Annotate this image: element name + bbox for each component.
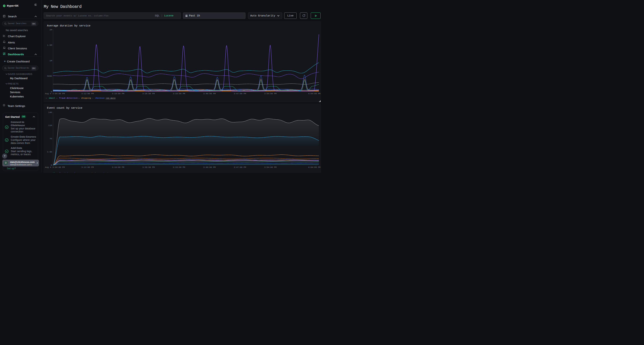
svg-text:3:40:00 PM: 3:40:00 PM bbox=[203, 166, 216, 168]
svg-text:3:54:00 PM: 3:54:00 PM bbox=[264, 92, 276, 95]
svg-text:2M: 2M bbox=[49, 28, 52, 31]
svg-text:—: — bbox=[56, 172, 58, 172]
svg-text:3:26:00 PM: 3:26:00 PM bbox=[142, 92, 154, 95]
svg-text:3.5K: 3.5K bbox=[47, 151, 52, 153]
svg-text:email: email bbox=[49, 97, 55, 99]
svg-text:3:47:00 PM: 3:47:00 PM bbox=[234, 92, 246, 95]
svg-text:Aug 4 3:04:00 PM: Aug 4 3:04:00 PM bbox=[45, 166, 65, 168]
svg-text:11K: 11K bbox=[48, 124, 52, 127]
svg-text:—: — bbox=[46, 97, 47, 99]
svg-text:3:12:00 PM: 3:12:00 PM bbox=[81, 92, 94, 95]
svg-text:—: — bbox=[56, 97, 58, 99]
svg-text:1M: 1M bbox=[49, 59, 52, 62]
svg-text:4:04:00 PM: 4:04:00 PM bbox=[308, 92, 320, 95]
svg-text:3:54:00 PM: 3:54:00 PM bbox=[264, 166, 276, 168]
svg-text:3:40:00 PM: 3:40:00 PM bbox=[203, 92, 216, 95]
svg-text:3:47:00 PM: 3:47:00 PM bbox=[234, 166, 246, 168]
svg-text:14K: 14K bbox=[48, 111, 52, 113]
svg-text:checkout: checkout bbox=[102, 172, 112, 172]
svg-text:7K: 7K bbox=[49, 137, 52, 140]
svg-text:—: — bbox=[92, 97, 94, 99]
svg-text:recommendation: recommendation bbox=[81, 172, 98, 172]
svg-text:+15 more: +15 more bbox=[113, 172, 123, 172]
svg-text:3:19:00 PM: 3:19:00 PM bbox=[112, 166, 124, 168]
svg-text:+12 more: +12 more bbox=[106, 97, 116, 99]
svg-text:Aug 4 3:04:00 PM: Aug 4 3:04:00 PM bbox=[45, 92, 65, 95]
svg-text:—: — bbox=[99, 172, 101, 172]
svg-text:3:19:00 PM: 3:19:00 PM bbox=[112, 92, 124, 95]
svg-text:4:04:00 PM: 4:04:00 PM bbox=[308, 166, 320, 168]
svg-text:checkout: checkout bbox=[95, 97, 105, 99]
svg-text:3:26:00 PM: 3:26:00 PM bbox=[142, 166, 154, 168]
svg-text:—: — bbox=[78, 172, 80, 172]
svg-text:email: email bbox=[49, 172, 55, 172]
svg-text:—: — bbox=[46, 172, 47, 172]
svg-text:—: — bbox=[78, 97, 80, 99]
svg-text:fraud-detection: fraud-detection bbox=[59, 172, 78, 172]
svg-text:1.5M: 1.5M bbox=[47, 44, 52, 46]
svg-text:3:33:00 PM: 3:33:00 PM bbox=[173, 166, 185, 168]
svg-text:3:33:00 PM: 3:33:00 PM bbox=[173, 92, 185, 95]
svg-text:3:12:00 PM: 3:12:00 PM bbox=[81, 166, 94, 168]
svg-text:500K: 500K bbox=[47, 75, 52, 77]
svg-text:shipping: shipping bbox=[81, 97, 91, 99]
svg-text:fraud-detection: fraud-detection bbox=[59, 97, 78, 99]
